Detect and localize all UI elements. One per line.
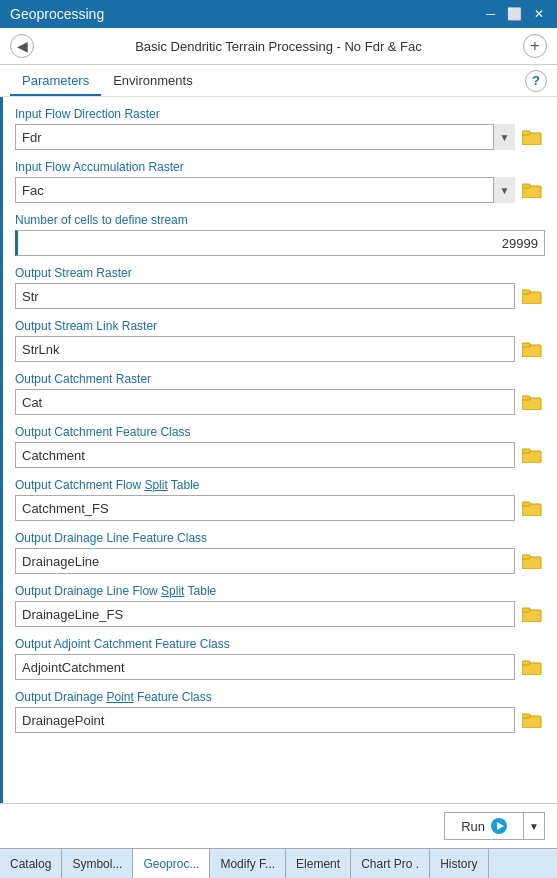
tab-environments[interactable]: Environments (101, 65, 204, 96)
add-button[interactable]: + (523, 34, 547, 58)
field-output-stream-link: Output Stream Link Raster (15, 319, 545, 362)
svg-rect-11 (522, 449, 530, 453)
input-row-catchment-raster (15, 389, 545, 415)
folder-button-stream-link[interactable] (519, 336, 545, 362)
text-input-stream-link[interactable] (15, 336, 515, 362)
field-output-catchment-flow-split: Output Catchment Flow Split Table (15, 478, 545, 521)
input-row-num-cells (15, 230, 545, 256)
folder-icon-catchment-feature (522, 447, 542, 463)
folder-icon-drainage-line-flow-split (522, 606, 542, 622)
status-tab-history[interactable]: History (430, 849, 488, 878)
bottom-bar: Run ▼ (0, 803, 557, 848)
svg-rect-7 (522, 343, 530, 347)
field-input-flow-direction: Input Flow Direction Raster Fdr ▼ (15, 107, 545, 150)
dropdown-flow-accumulation[interactable]: Fac (15, 177, 515, 203)
status-tab-symbology[interactable]: Symbol... (62, 849, 133, 878)
status-tab-geoprocessing[interactable]: Geoproc... (133, 849, 210, 878)
input-row-stream-raster (15, 283, 545, 309)
text-input-catchment-raster[interactable] (15, 389, 515, 415)
text-input-catchment-feature[interactable] (15, 442, 515, 468)
folder-button-drainage-point[interactable] (519, 707, 545, 733)
folder-button-drainage-line-flow-split[interactable] (519, 601, 545, 627)
label-num-cells-stream: Number of cells to define stream (15, 213, 545, 227)
tabs-container: Parameters Environments (10, 65, 205, 96)
number-input-cells[interactable] (15, 230, 545, 256)
text-input-drainage-line-flow-split[interactable] (15, 601, 515, 627)
label-output-stream-link: Output Stream Link Raster (15, 319, 545, 333)
svg-rect-5 (522, 290, 530, 294)
folder-icon-flow-direction (522, 129, 542, 145)
text-input-drainage-line-feature[interactable] (15, 548, 515, 574)
input-row-flow-direction: Fdr ▼ (15, 124, 545, 150)
text-input-catchment-flow-split[interactable] (15, 495, 515, 521)
nav-bar: ◀ Basic Dendritic Terrain Processing - N… (0, 28, 557, 65)
svg-rect-17 (522, 608, 530, 612)
svg-rect-15 (522, 555, 530, 559)
status-bar: Catalog Symbol... Geoproc... Modify F...… (0, 848, 557, 878)
minimize-button[interactable]: ─ (483, 7, 498, 21)
help-button[interactable]: ? (525, 70, 547, 92)
app-title: Geoprocessing (10, 6, 104, 22)
folder-icon-catchment-flow-split (522, 500, 542, 516)
number-input-wrapper (15, 230, 545, 256)
folder-button-flow-accumulation[interactable] (519, 177, 545, 203)
main-content: Input Flow Direction Raster Fdr ▼ Input … (0, 97, 557, 803)
select-wrapper-flow-accumulation: Fac ▼ (15, 177, 515, 203)
panel-title: Basic Dendritic Terrain Processing - No … (42, 39, 515, 54)
window-controls: ─ ⬜ ✕ (483, 7, 547, 21)
label-output-drainage-point: Output Drainage Point Feature Class (15, 690, 545, 704)
folder-icon-drainage-point (522, 712, 542, 728)
folder-button-catchment-feature[interactable] (519, 442, 545, 468)
input-row-drainage-line-flow-split (15, 601, 545, 627)
folder-button-flow-direction[interactable] (519, 124, 545, 150)
label-output-catchment-feature: Output Catchment Feature Class (15, 425, 545, 439)
status-tab-catalog[interactable]: Catalog (0, 849, 62, 878)
close-button[interactable]: ✕ (531, 7, 547, 21)
text-input-stream-raster[interactable] (15, 283, 515, 309)
folder-icon-stream-raster (522, 288, 542, 304)
label-output-adjoint-catchment: Output Adjoint Catchment Feature Class (15, 637, 545, 651)
folder-icon-stream-link (522, 341, 542, 357)
back-button[interactable]: ◀ (10, 34, 34, 58)
title-bar: Geoprocessing ─ ⬜ ✕ (0, 0, 557, 28)
folder-button-catchment-flow-split[interactable] (519, 495, 545, 521)
folder-button-catchment-raster[interactable] (519, 389, 545, 415)
run-label: Run (461, 819, 485, 834)
dropdown-flow-direction[interactable]: Fdr (15, 124, 515, 150)
restore-button[interactable]: ⬜ (504, 7, 525, 21)
label-output-drainage-line-feature: Output Drainage Line Feature Class (15, 531, 545, 545)
select-wrapper-flow-direction: Fdr ▼ (15, 124, 515, 150)
tab-parameters[interactable]: Parameters (10, 65, 101, 96)
run-dropdown-button[interactable]: ▼ (523, 812, 545, 840)
status-tab-chart-pro[interactable]: Chart Pro . (351, 849, 430, 878)
status-tab-modify-f[interactable]: Modify F... (210, 849, 286, 878)
run-play-icon (491, 818, 507, 834)
label-output-drainage-line-flow-split: Output Drainage Line Flow Split Table (15, 584, 545, 598)
folder-button-adjoint-catchment[interactable] (519, 654, 545, 680)
text-input-adjoint-catchment[interactable] (15, 654, 515, 680)
field-output-catchment-feature: Output Catchment Feature Class (15, 425, 545, 468)
folder-button-drainage-line-feature[interactable] (519, 548, 545, 574)
text-input-drainage-point[interactable] (15, 707, 515, 733)
svg-rect-3 (522, 184, 530, 188)
input-row-adjoint-catchment (15, 654, 545, 680)
tabs-bar: Parameters Environments ? (0, 65, 557, 97)
svg-rect-9 (522, 396, 530, 400)
folder-icon-adjoint-catchment (522, 659, 542, 675)
input-row-drainage-line-feature (15, 548, 545, 574)
svg-rect-19 (522, 661, 530, 665)
status-tab-element[interactable]: Element (286, 849, 351, 878)
input-row-catchment-flow-split (15, 495, 545, 521)
input-row-drainage-point (15, 707, 545, 733)
run-button[interactable]: Run (444, 812, 523, 840)
field-num-cells-stream: Number of cells to define stream (15, 213, 545, 256)
field-output-stream-raster: Output Stream Raster (15, 266, 545, 309)
folder-icon-catchment-raster (522, 394, 542, 410)
field-output-drainage-line-feature: Output Drainage Line Feature Class (15, 531, 545, 574)
label-output-catchment-raster: Output Catchment Raster (15, 372, 545, 386)
field-input-flow-accumulation: Input Flow Accumulation Raster Fac ▼ (15, 160, 545, 203)
field-output-drainage-point: Output Drainage Point Feature Class (15, 690, 545, 733)
folder-icon-flow-accumulation (522, 182, 542, 198)
folder-button-stream-raster[interactable] (519, 283, 545, 309)
folder-icon-drainage-line-feature (522, 553, 542, 569)
